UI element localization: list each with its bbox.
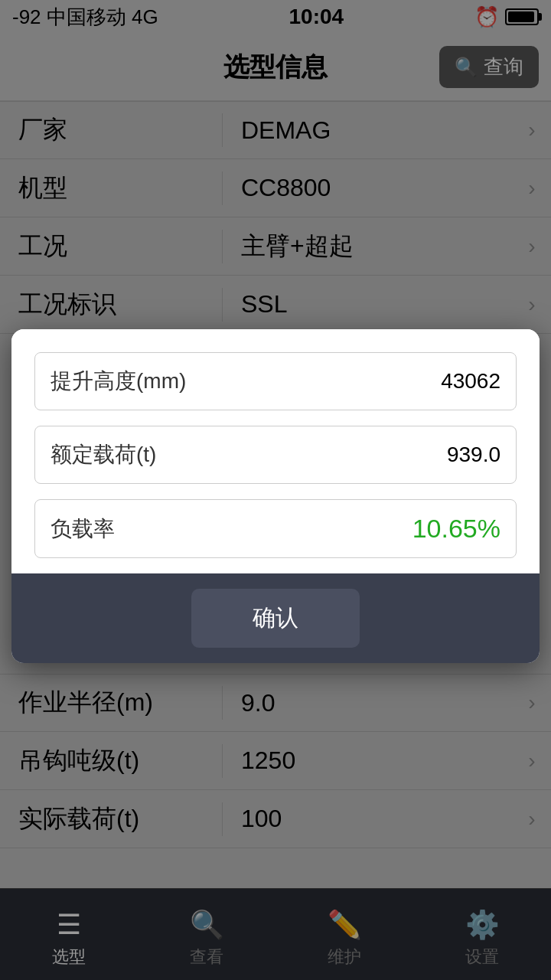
rated-load-field: 额定载荷(t) 939.0 <box>34 426 517 484</box>
rated-load-label: 额定载荷(t) <box>51 440 156 469</box>
rated-load-value: 939.0 <box>447 443 500 467</box>
load-rate-value: 10.65% <box>412 514 500 544</box>
lift-height-field: 提升高度(mm) 43062 <box>34 352 517 410</box>
modal-card: 提升高度(mm) 43062 额定载荷(t) 939.0 负载率 10.65% … <box>11 329 540 663</box>
load-rate-field: 负载率 10.65% <box>34 499 517 558</box>
modal-footer: 确认 <box>11 573 540 663</box>
lift-height-label: 提升高度(mm) <box>51 367 186 396</box>
modal-body: 提升高度(mm) 43062 额定载荷(t) 939.0 负载率 10.65% <box>11 329 540 558</box>
confirm-button[interactable]: 确认 <box>191 589 360 648</box>
lift-height-value: 43062 <box>441 369 500 394</box>
modal-overlay: 提升高度(mm) 43062 额定载荷(t) 939.0 负载率 10.65% … <box>0 0 551 980</box>
load-rate-label: 负载率 <box>51 514 115 544</box>
